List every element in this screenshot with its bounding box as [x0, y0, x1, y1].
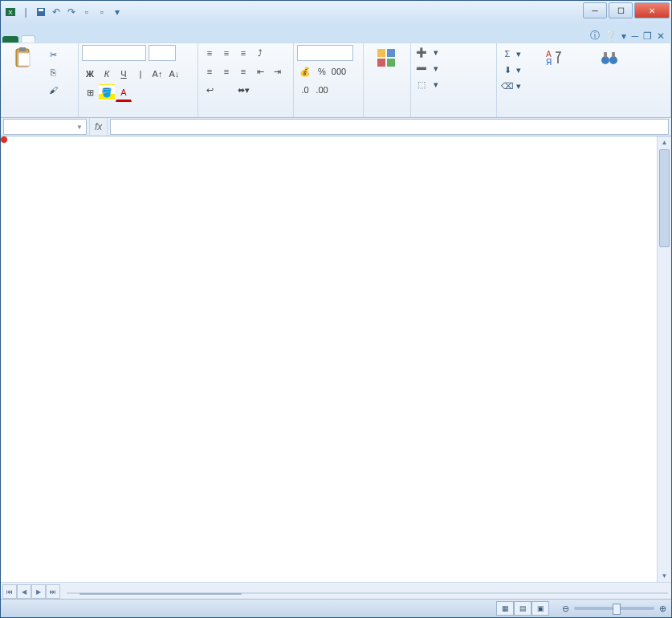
close-button[interactable]: ✕	[634, 2, 670, 18]
group-font	[82, 114, 194, 116]
fill-color-button[interactable]: 🪣	[99, 84, 115, 100]
currency-icon[interactable]: 💰	[297, 63, 313, 79]
align-right-icon[interactable]: ≡	[235, 63, 251, 79]
tab-formulas[interactable]	[61, 36, 74, 43]
scroll-up-icon[interactable]: ▲	[658, 136, 671, 148]
cells-insert-button[interactable]: ➕ ▾	[414, 45, 440, 59]
align-middle-icon[interactable]: ≡	[218, 45, 234, 61]
tab-nav-next[interactable]: ▶	[31, 584, 46, 599]
save-icon[interactable]	[35, 6, 47, 18]
maximize-button[interactable]: ☐	[609, 2, 633, 18]
find-select-button[interactable]	[584, 45, 635, 72]
align-bottom-icon[interactable]: ≡	[235, 45, 251, 61]
comma-icon[interactable]: 000	[331, 63, 347, 79]
clear-button[interactable]: ⌫▾	[500, 79, 523, 93]
name-box[interactable]: ▼	[3, 119, 87, 135]
grow-font-icon[interactable]: A↑	[149, 66, 165, 82]
zoom-in-button[interactable]: ⊕	[659, 604, 666, 614]
borders-button[interactable]: ⊞	[82, 84, 98, 100]
group-cells	[414, 114, 493, 116]
insert-cells-icon: ➕	[416, 47, 427, 58]
tab-home[interactable]	[21, 35, 35, 43]
doc-restore-icon[interactable]: ❐	[643, 30, 652, 42]
tab-file[interactable]	[2, 36, 18, 43]
sigma-icon: Σ	[502, 48, 513, 59]
align-center-icon[interactable]: ≡	[218, 63, 234, 79]
fill-button[interactable]: ⬇▾	[500, 63, 523, 77]
indent-dec-icon[interactable]: ⇤	[252, 63, 268, 79]
ribbon-tabs: ⓘ ❔ ▾ ─ ❐ ✕	[1, 23, 671, 43]
zoom-out-button[interactable]: ⊖	[562, 604, 569, 614]
doc-min-icon[interactable]: ─	[631, 30, 638, 42]
italic-button[interactable]: К	[99, 66, 115, 82]
minimize-ribbon-icon[interactable]: ⓘ	[590, 29, 600, 43]
cells-delete-button[interactable]: ➖ ▾	[414, 61, 440, 75]
align-left-icon[interactable]: ≡	[202, 63, 218, 79]
orientation-icon[interactable]: ⤴	[252, 45, 268, 61]
copy-icon[interactable]: ⎘	[45, 64, 61, 80]
ribbon-opts-icon[interactable]: ▾	[621, 30, 626, 42]
tab-dev[interactable]	[112, 36, 125, 43]
hscroll-thumb[interactable]	[79, 593, 242, 595]
tab-data[interactable]	[74, 36, 87, 43]
dec-increase-icon[interactable]: .0	[297, 82, 313, 98]
underline-button[interactable]: Ч	[116, 66, 132, 82]
tab-review[interactable]	[87, 36, 100, 43]
excel-icon: X	[4, 6, 17, 18]
tab-nav-first[interactable]: ⏮	[2, 584, 17, 599]
sort-filter-button[interactable]: АЯ	[525, 45, 581, 72]
shrink-font-icon[interactable]: A↓	[166, 66, 182, 82]
autosum-button[interactable]: Σ▾	[500, 47, 523, 61]
font-name-select[interactable]	[82, 45, 146, 61]
tab-addins[interactable]	[125, 36, 138, 43]
tab-view[interactable]	[100, 36, 112, 43]
percent-icon[interactable]: %	[314, 63, 330, 79]
svg-rect-15	[604, 52, 607, 57]
scroll-down-icon[interactable]: ▼	[658, 570, 671, 582]
styles-button[interactable]	[367, 45, 405, 72]
group-number	[297, 114, 360, 116]
view-layout-icon[interactable]: ▤	[514, 601, 531, 616]
tab-insert[interactable]	[35, 36, 48, 43]
vertical-scrollbar[interactable]: ▲ ▼	[657, 136, 671, 582]
merge-button[interactable]: ⬌▾	[218, 82, 268, 98]
undo-icon[interactable]: ↶	[50, 6, 63, 18]
vscroll-thumb[interactable]	[659, 149, 670, 247]
font-color-button[interactable]: A	[116, 84, 132, 102]
view-normal-icon[interactable]: ▦	[496, 601, 514, 616]
cut-icon[interactable]: ✂	[45, 47, 61, 63]
tab-nav-last[interactable]: ⏭	[46, 584, 60, 599]
svg-rect-9	[377, 59, 385, 67]
tab-abbyy[interactable]	[151, 36, 164, 43]
redo-icon[interactable]: ↷	[65, 6, 78, 18]
indent-inc-icon[interactable]: ⇥	[269, 63, 285, 79]
tab-foxit[interactable]	[138, 36, 151, 43]
styles-icon	[375, 47, 397, 69]
help-icon[interactable]: ❔	[605, 30, 617, 42]
svg-rect-8	[387, 49, 395, 57]
qat-icon1[interactable]: ▫	[80, 6, 93, 18]
view-pagebreak-icon[interactable]: ▣	[531, 601, 549, 616]
qat-icon2[interactable]: ▫	[96, 6, 108, 18]
format-painter-icon[interactable]: 🖌	[45, 82, 61, 98]
tab-nav-prev[interactable]: ◀	[17, 584, 31, 599]
svg-point-13	[601, 56, 609, 64]
zoom-slider[interactable]	[574, 607, 654, 610]
font-size-select[interactable]	[149, 45, 176, 61]
tab-layout[interactable]	[48, 36, 61, 43]
doc-close-icon[interactable]: ✕	[657, 30, 665, 42]
paste-button[interactable]	[4, 45, 43, 72]
fx-icon[interactable]: fx	[89, 118, 108, 136]
number-format-select[interactable]	[297, 45, 353, 61]
svg-rect-3	[39, 9, 43, 11]
bold-button[interactable]: Ж	[82, 66, 98, 82]
cells-format-button[interactable]: ⬚ ▾	[414, 77, 440, 91]
wrap-text-icon[interactable]: ↩	[202, 82, 218, 98]
dec-decrease-icon[interactable]: .00	[314, 82, 330, 98]
sort-filter-icon: АЯ	[542, 47, 564, 69]
formula-input[interactable]	[110, 119, 669, 135]
delete-cells-icon: ➖	[416, 63, 427, 74]
align-top-icon[interactable]: ≡	[202, 45, 218, 61]
minimize-button[interactable]: ─	[583, 2, 607, 18]
qat-more-icon[interactable]: ▾	[111, 6, 124, 18]
